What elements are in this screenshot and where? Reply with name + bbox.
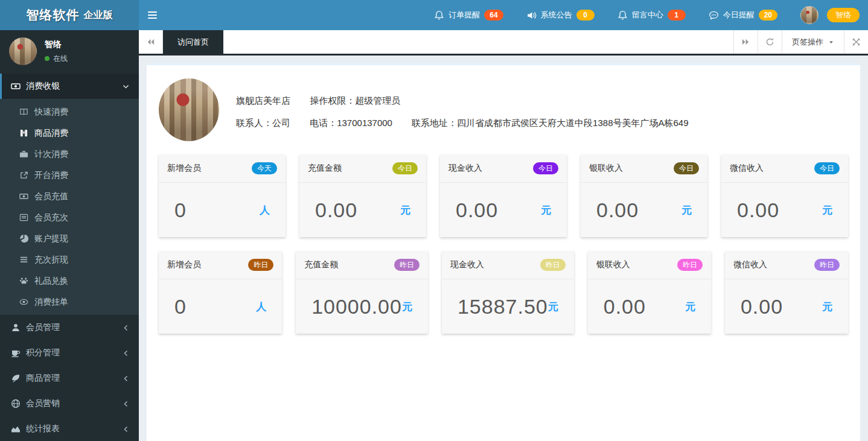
submenu-item-member-recharge[interactable]: 会员充值 — [0, 186, 139, 207]
notif-count-badge: 0 — [576, 10, 595, 21]
stat-value: 0.00 — [737, 198, 779, 222]
notif-count-badge: 64 — [484, 10, 503, 21]
order-reminder-menu[interactable]: 订单提醒 64 — [434, 10, 503, 21]
scroll-tabs-left-button[interactable] — [139, 30, 163, 54]
chevron-left-icon — [122, 349, 130, 357]
logo-edition: 企业版 — [84, 9, 113, 22]
stat-unit: 元 — [402, 300, 412, 314]
fullscreen-toggle-button[interactable] — [844, 30, 868, 54]
bell-icon — [617, 10, 628, 21]
message-center-menu[interactable]: 留言中心 1 — [617, 10, 686, 21]
system-announcement-menu[interactable]: 系统公告 0 — [526, 10, 595, 21]
period-badge: 今日 — [674, 162, 699, 174]
caret-down-icon — [828, 39, 834, 45]
expand-icon — [852, 37, 861, 46]
double-left-icon — [146, 37, 155, 46]
refresh-tab-button[interactable] — [758, 30, 782, 54]
sidebar-item-member-marketing[interactable]: 会员营销 — [0, 391, 139, 416]
main-area: 访问首页 页签操作 — [139, 30, 868, 441]
today-reminder-menu[interactable]: 今日提醒 20 — [709, 10, 777, 21]
stat-card-wechat-income-today: 微信收入 今日 0.00 元 — [721, 154, 848, 237]
sidebar-menu: 消费收银 快速消费 商品消费 — [0, 74, 139, 441]
list-alt-icon — [19, 213, 28, 222]
submenu-item-goods-consume[interactable]: 商品消费 — [0, 122, 139, 144]
user-avatar[interactable] — [800, 6, 819, 24]
submenu-item-gift-exchange[interactable]: 礼品兑换 — [0, 270, 139, 291]
period-badge: 昨日 — [394, 259, 420, 271]
external-link-icon — [19, 171, 28, 180]
store-info-section: 旗舰店美年店 操作权限：超级管理员 联系人：公司 电话：13700137000 … — [159, 78, 848, 141]
stat-card-unionpay-income-today: 银联收入 今日 0.00 元 — [581, 154, 707, 237]
submenu-item-count-consume[interactable]: 计次消费 — [0, 144, 139, 165]
period-badge: 今日 — [392, 162, 418, 174]
store-contact: 联系人：公司 — [236, 118, 290, 128]
chevron-left-icon — [122, 375, 130, 382]
sidebar-item-statistics-report[interactable]: 统计报表 — [0, 416, 139, 441]
stat-value: 0.00 — [456, 198, 498, 222]
leaf-icon — [11, 373, 21, 383]
globe-icon — [11, 399, 21, 408]
period-badge: 今日 — [814, 162, 840, 174]
stat-card-cash-income-today: 现金收入 今日 0.00 元 — [440, 154, 567, 237]
submenu-item-member-recharge-count[interactable]: 会员充次 — [0, 207, 139, 228]
briefcase-icon — [19, 150, 28, 159]
stat-value: 0 — [174, 198, 187, 222]
double-right-icon — [741, 37, 750, 46]
tab-operations-dropdown[interactable]: 页签操作 — [782, 30, 844, 54]
stat-card-recharge-today: 充值金额 今日 0.00 元 — [299, 154, 426, 237]
tab-bar: 访问首页 页签操作 — [139, 30, 868, 56]
period-badge: 今日 — [533, 162, 558, 174]
notif-count-badge: 20 — [759, 10, 777, 21]
bell-icon — [434, 10, 444, 21]
cup-icon — [11, 348, 21, 358]
stat-unit: 元 — [541, 203, 551, 217]
chevron-down-icon — [122, 83, 130, 90]
eye-icon — [19, 297, 28, 306]
stat-value: 0 — [174, 295, 187, 319]
tab-home[interactable]: 访问首页 — [163, 30, 223, 54]
logo-title: 智络软件 — [27, 7, 80, 24]
speaker-icon — [526, 10, 537, 21]
notif-label: 今日提醒 — [723, 10, 755, 21]
paw-icon — [19, 276, 28, 285]
submenu-item-consume-pending[interactable]: 消费挂单 — [0, 291, 139, 313]
submenu-item-quick-consume[interactable]: 快速消费 — [0, 101, 139, 122]
stat-unit: 元 — [681, 203, 692, 217]
home-panel: 旗舰店美年店 操作权限：超级管理员 联系人：公司 电话：13700137000 … — [147, 63, 860, 441]
submenu-item-open-table-consume[interactable]: 开台消费 — [0, 165, 139, 186]
sidebar: 智络 在线 消费收银 快速消费 — [0, 30, 139, 441]
area-chart-icon — [11, 424, 21, 434]
sidebar-item-goods-management[interactable]: 商品管理 — [0, 366, 139, 391]
top-nav: 订单提醒 64 系统公告 0 留言中心 1 今日提醒 20 智络 — [139, 0, 868, 30]
period-badge: 今天 — [252, 162, 277, 174]
submenu-item-count-to-cash[interactable]: 充次折现 — [0, 249, 139, 270]
stat-card-new-members-yesterday: 新增会员 昨日 0 人 — [159, 251, 282, 334]
stat-value: 0.00 — [596, 198, 639, 222]
sidebar-item-member-management[interactable]: 会员管理 — [0, 315, 139, 340]
stats-row-yesterday: 新增会员 昨日 0 人 充值金额 昨日 — [159, 251, 848, 334]
binoculars-icon — [19, 128, 28, 138]
sidebar-user-name: 智络 — [45, 39, 68, 50]
sidebar-avatar[interactable] — [9, 37, 37, 65]
scroll-tabs-right-button[interactable] — [733, 30, 758, 54]
comment-icon — [709, 10, 719, 21]
sidebar-item-points-management[interactable]: 积分管理 — [0, 340, 139, 366]
stat-card-recharge-yesterday: 充值金额 昨日 10000.00 元 — [296, 251, 428, 334]
pie-chart-icon — [19, 234, 28, 243]
stat-value: 15887.50 — [458, 295, 548, 319]
submenu-item-account-withdraw[interactable]: 账户提现 — [0, 228, 139, 249]
banknote-icon — [19, 192, 28, 201]
period-badge: 昨日 — [248, 259, 273, 271]
sidebar-toggle-button[interactable] — [139, 0, 166, 30]
sidebar-item-consume-cashier[interactable]: 消费收银 — [0, 74, 139, 99]
period-badge: 昨日 — [677, 259, 703, 271]
stat-card-wechat-income-yesterday: 微信收入 昨日 0.00 元 — [725, 251, 848, 334]
app-logo[interactable]: 智络软件 企业版 — [0, 0, 139, 30]
hamburger-icon — [148, 11, 157, 13]
period-badge: 昨日 — [814, 259, 840, 271]
sidebar-user-panel: 智络 在线 — [0, 30, 139, 74]
user-name-badge[interactable]: 智络 — [827, 8, 860, 22]
stats-row-today: 新增会员 今天 0 人 充值金额 今日 — [159, 154, 848, 237]
stat-unit: 元 — [822, 300, 832, 314]
chevron-left-icon — [122, 324, 130, 332]
